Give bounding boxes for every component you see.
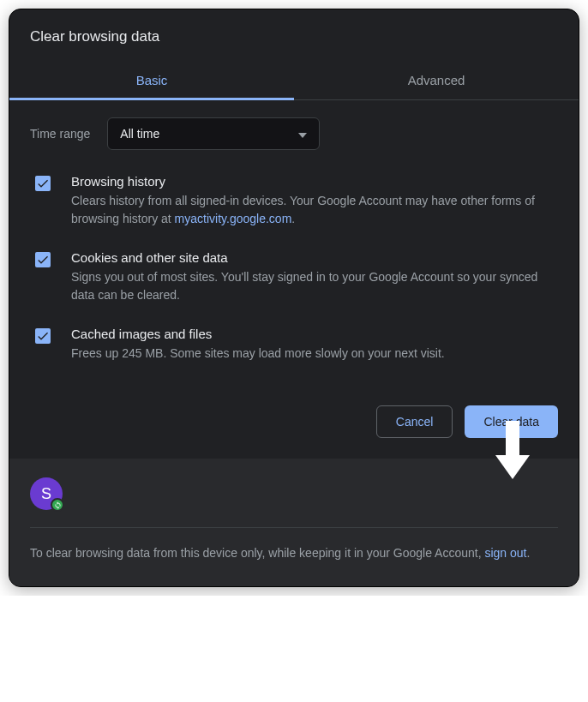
option-title: Cached images and files [71,327,558,341]
button-row: Cancel Clear data [30,405,558,438]
dialog-title: Clear browsing data [9,9,579,45]
footer-text: To clear browsing data from this device … [30,543,558,562]
option-cache: Cached images and files Frees up 245 MB.… [30,327,558,363]
clear-data-button[interactable]: Clear data [465,405,558,438]
option-content: Cookies and other site data Signs you ou… [71,250,558,304]
option-content: Cached images and files Frees up 245 MB.… [71,327,558,363]
time-range-value: All time [120,127,159,141]
sync-badge-icon [51,498,64,512]
option-browsing-history: Browsing history Clears history from all… [30,174,558,228]
avatar-initial: S [41,485,51,503]
avatar-row: S [30,477,558,510]
dialog-footer: S To clear browsing data from this devic… [9,459,579,586]
checkbox-browsing-history[interactable] [35,176,51,191]
option-desc: Frees up 245 MB. Some sites may load mor… [71,345,558,363]
time-range-dropdown[interactable]: All time [107,117,320,150]
chevron-down-icon [298,127,307,141]
user-avatar[interactable]: S [30,477,63,510]
clear-browsing-data-dialog: Clear browsing data Basic Advanced Time … [9,9,579,587]
time-range-row: Time range All time [30,117,558,150]
option-desc: Clears history from all signed-in device… [71,192,558,228]
tabs: Basic Advanced [9,61,579,100]
option-cookies: Cookies and other site data Signs you ou… [30,250,558,304]
checkbox-cookies[interactable] [35,252,51,267]
time-range-label: Time range [30,127,90,141]
tab-basic[interactable]: Basic [9,61,294,99]
dialog-content: Time range All time Browsing history Cle… [9,100,579,459]
option-title: Cookies and other site data [71,250,558,265]
myactivity-link[interactable]: myactivity.google.com [175,212,292,225]
checkbox-cache[interactable] [35,328,51,344]
option-title: Browsing history [71,174,558,189]
option-content: Browsing history Clears history from all… [71,174,558,228]
cancel-button[interactable]: Cancel [376,405,453,438]
option-desc: Signs you out of most sites. You'll stay… [71,268,558,304]
divider [30,527,558,528]
sign-out-link[interactable]: sign out [484,546,526,560]
tab-advanced[interactable]: Advanced [294,61,579,99]
